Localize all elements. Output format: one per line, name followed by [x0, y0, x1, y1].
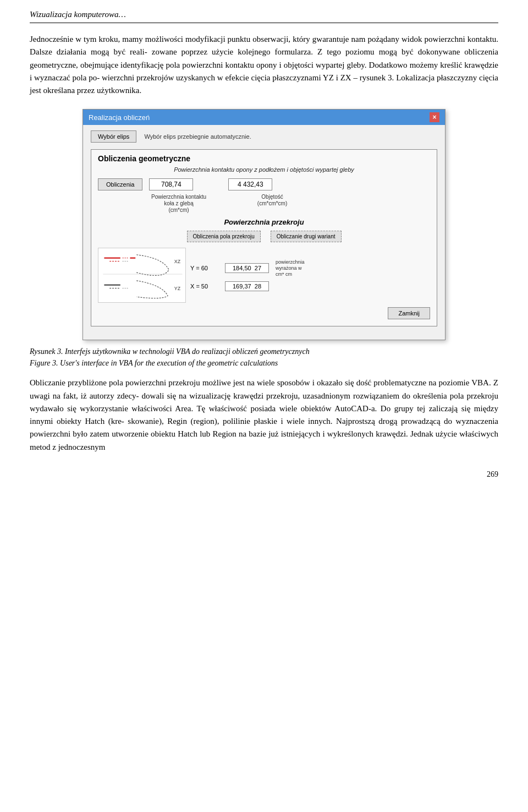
svg-text:XZ: XZ	[174, 259, 181, 265]
zamknij-button[interactable]: Zamknij	[388, 307, 430, 319]
surface-label: powierzchnia wyrażona w cm* cm	[276, 259, 305, 277]
svg-text:YZ: YZ	[174, 286, 181, 292]
przekroj-buttons: Obliczenia pola przekroju Obliczanie dru…	[98, 231, 430, 242]
label-volume: Objętość (cm*cm*cm)	[250, 194, 294, 207]
zamknij-row: Zamknij	[98, 307, 430, 319]
cross-section-svg: XZ YZ	[98, 248, 186, 303]
diagram-values: Y = 60 184,50 27 powierzchnia wyrażona w…	[190, 259, 430, 291]
val-yz-combined: 169,37 28	[225, 281, 269, 291]
section-title: Obliczenia geometryczne	[98, 154, 430, 163]
dialog-body: Wybór elips Wybór elips przebiegnie auto…	[83, 125, 445, 340]
x-eq-label: X = 50	[190, 283, 221, 290]
dialog-realizacja-obliczen: Realizacja obliczeń × Wybór elips Wybór …	[82, 109, 446, 340]
value-col-1: 708,74	[149, 178, 193, 190]
dialog-titlebar: Realizacja obliczeń ×	[83, 110, 445, 125]
obliczenia-button[interactable]: Obliczenia	[98, 178, 142, 190]
btn-obliczenie-drugi[interactable]: Obliczanie drugi wariant	[271, 231, 342, 242]
wybor-elips-text: Wybór elips przebiegnie automatycznie.	[144, 133, 251, 140]
value-box-2: 4 432,43	[228, 178, 272, 190]
przekroj-title: Powierzchnia przekroju	[98, 218, 430, 226]
page-number: 269	[30, 470, 498, 479]
val-xz-combined: 184,50 27	[225, 263, 269, 273]
obliczenia-geometryczne-section: Obliczenia geometryczne Powierzchnia kon…	[91, 149, 437, 326]
y-eq-label: Y = 60	[190, 265, 221, 271]
cross-section-diagram-area: XZ YZ	[98, 248, 430, 303]
value-box-1: 708,74	[149, 178, 193, 190]
dialog-title: Realizacja obliczeń	[89, 113, 150, 122]
xz-row: Y = 60 184,50 27 powierzchnia wyrażona w…	[190, 259, 430, 277]
wybor-elips-button[interactable]: Wybór elips	[91, 130, 136, 143]
btn-obliczenia-pola[interactable]: Obliczenia pola przekroju	[187, 231, 261, 242]
intro-paragraph: Jednocześnie w tym kroku, mamy możliwośc…	[30, 33, 498, 97]
yz-row: X = 50 169,37 28	[190, 281, 430, 291]
value-col-2: 4 432,43	[228, 178, 272, 190]
wybor-elips-row: Wybór elips Wybór elips przebiegnie auto…	[91, 130, 437, 143]
dialog-close-button[interactable]: ×	[430, 112, 439, 122]
bottom-paragraph: Obliczanie przybliżone pola powierzchni …	[30, 377, 498, 454]
section-subtitle: Powierzchnia kontaktu opony z podłożem i…	[98, 166, 430, 173]
page-title: Wizualizacja komputerowa…	[30, 10, 498, 23]
figure-caption: Rysunek 3. Interfejs użytkownika w techn…	[30, 346, 498, 369]
obliczenia-row: Obliczenia 708,74 4 432,43	[98, 178, 430, 190]
label-surface-contact: Powierzchnia kontaktu koła z glebą (cm*c…	[151, 194, 206, 214]
dialog-wrapper: Realizacja obliczeń × Wybór elips Wybór …	[30, 109, 498, 340]
